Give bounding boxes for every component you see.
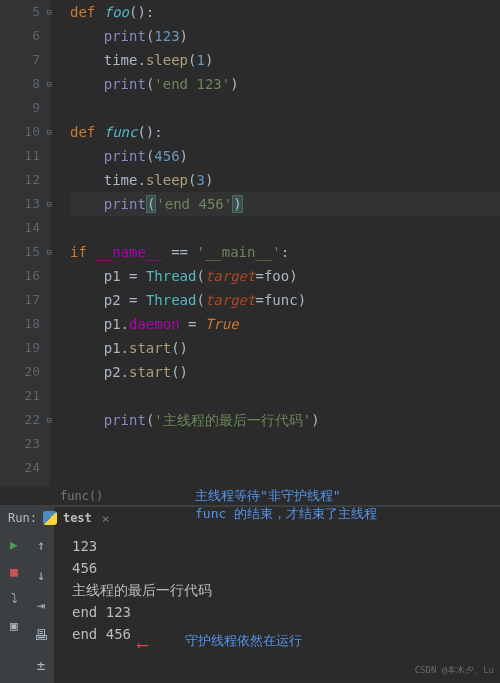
rerun-icon[interactable]: ▶ — [10, 537, 18, 552]
python-icon — [43, 511, 57, 525]
layout-icon[interactable]: ▣ — [10, 618, 18, 633]
line-number-gutter: 5⊟ 6 7 8⊟ 9 10⊟ 11 12 13⊟ 14 ▶15⊟ 16 17 … — [0, 0, 50, 486]
code-editor[interactable]: 5⊟ 6 7 8⊟ 9 10⊟ 11 12 13⊟ 14 ▶15⊟ 16 17 … — [0, 0, 500, 486]
annotation-text-2: 守护线程依然在运行 — [185, 632, 302, 650]
fold-icon[interactable]: ⊟ — [47, 192, 52, 216]
stop-icon[interactable]: ■ — [10, 564, 18, 579]
fold-icon[interactable]: ⊟ — [47, 120, 52, 144]
annotation-text-1: 主线程等待"非守护线程" func 的结束，才结束了主线程 — [195, 487, 377, 523]
fold-icon[interactable]: ⊟ — [47, 72, 52, 96]
run-label: Run: — [8, 511, 37, 525]
console-line: 456 — [72, 557, 500, 579]
run-toolbar-right: ↑ ↓ ⇥ 🖶 ± — [28, 507, 54, 683]
close-tab-icon[interactable]: × — [102, 511, 110, 526]
run-tool-window: ▶ ■ ⤵ ▣ ↑ ↓ ⇥ 🖶 ± 123 456 主线程的最后一行代码 end… — [0, 506, 500, 683]
exit-icon[interactable]: ⤵ — [11, 591, 18, 606]
watermark: CSDN @本木夕、Lu — [415, 664, 494, 677]
arrow-icon: ⟵ — [138, 635, 148, 654]
up-icon[interactable]: ↑ — [37, 537, 45, 553]
console-line: end 123 — [72, 601, 500, 623]
code-area[interactable]: def foo(): print(123) time.sleep(1) prin… — [50, 0, 500, 486]
console-line: 主线程的最后一行代码 — [72, 579, 500, 601]
run-toolbar-left: ▶ ■ ⤵ ▣ — [0, 507, 28, 683]
fold-icon[interactable]: ⊟ — [47, 0, 52, 24]
console-output[interactable]: 123 456 主线程的最后一行代码 end 123 end 456 — [54, 507, 500, 683]
console-line: 123 — [72, 535, 500, 557]
run-tab-name[interactable]: test — [63, 511, 92, 525]
scroll-icon[interactable]: ± — [37, 657, 45, 673]
down-icon[interactable]: ↓ — [37, 567, 45, 583]
wrap-icon[interactable]: ⇥ — [37, 597, 45, 613]
fold-icon[interactable]: ⊟ — [47, 240, 52, 264]
current-line: print('end 456') — [70, 192, 500, 216]
run-tab-header: Run: test × — [0, 506, 110, 530]
print-icon[interactable]: 🖶 — [34, 627, 48, 643]
fold-icon[interactable]: ⊟ — [47, 408, 52, 432]
